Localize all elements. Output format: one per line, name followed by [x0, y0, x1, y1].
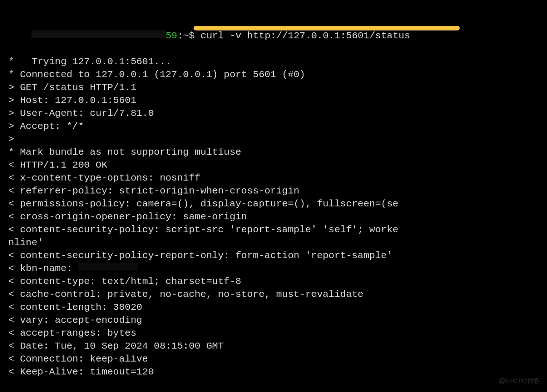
output-line: * Connected to 127.0.0.1 (127.0.0.1) por… [8, 68, 541, 81]
output-line: < content-security-policy-report-only: f… [8, 249, 541, 262]
output-line: > User-Agent: curl/7.81.0 [8, 107, 541, 120]
kbn-name-label: < kbn-name: [8, 263, 78, 274]
output-line: < HTTP/1.1 200 OK [8, 159, 541, 172]
output-line: < cross-origin-opener-policy: same-origi… [8, 211, 541, 223]
redacted-hostname [31, 30, 165, 38]
prompt-fragment: 59 [165, 30, 177, 41]
output-line: < cache-control: private, no-cache, no-s… [8, 288, 541, 301]
command-text: curl -v http://127.0.0.1:5601/status [201, 30, 410, 41]
output-line: > GET /status HTTP/1.1 [8, 81, 541, 94]
output-line: < vary: accept-encoding [8, 314, 541, 327]
output-line: < kbn-name: [8, 262, 541, 275]
output-line: < x-content-type-options: nosniff [8, 172, 541, 185]
output-line: < Connection: keep-alive [8, 353, 541, 366]
highlight-underline [194, 26, 460, 30]
output-line: nline' [8, 236, 541, 249]
output-line: < referrer-policy: strict-origin-when-cr… [8, 185, 541, 198]
output-line: > Host: 127.0.0.1:5601 [8, 94, 541, 107]
redacted-kbn-name [78, 263, 138, 271]
output-line: < Date: Tue, 10 Sep 2024 08:15:00 GMT [8, 340, 541, 353]
output-line: < Keep-Alive: timeout=120 [8, 366, 541, 379]
output-line: < content-length: 38020 [8, 301, 541, 314]
output-line: < content-security-policy: script-src 'r… [8, 223, 541, 236]
prompt-line: 59:~$ curl -v http://127.0.0.1:5601/stat… [8, 17, 541, 55]
prompt-path: :~$ [177, 30, 195, 41]
output-line: * Mark bundle as not supporting multiuse [8, 146, 541, 159]
output-line: * Trying 127.0.0.1:5601... [8, 55, 541, 68]
output-line: < accept-ranges: bytes [8, 327, 541, 340]
output-line: < content-type: text/html; charset=utf-8 [8, 275, 541, 288]
terminal-output[interactable]: 59:~$ curl -v http://127.0.0.1:5601/stat… [8, 17, 541, 379]
output-line: > Accept: */* [8, 120, 541, 133]
output-line: > [8, 133, 541, 146]
watermark-text: @51CTO博客 [498, 374, 541, 387]
output-line: < permissions-policy: camera=(), display… [8, 198, 541, 211]
